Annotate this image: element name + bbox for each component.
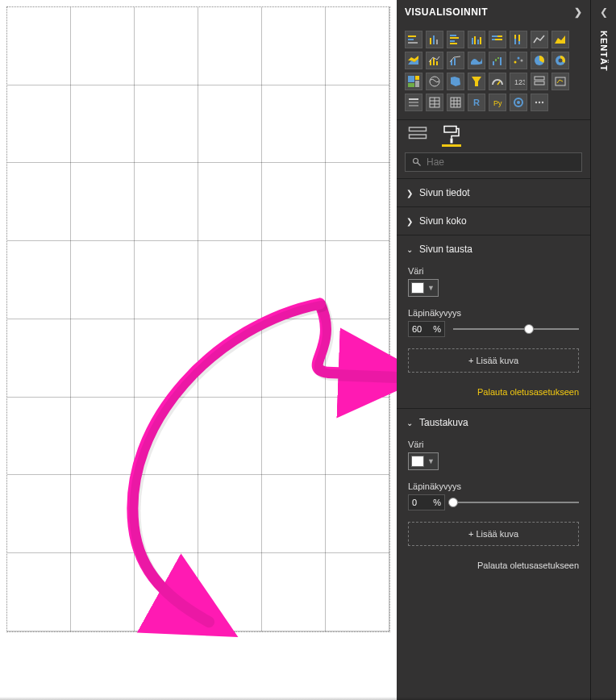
- viz-r-visual[interactable]: R: [468, 94, 485, 111]
- viz-clustered-column[interactable]: [468, 31, 485, 48]
- visualizations-title: VISUALISOINNIT: [405, 6, 488, 18]
- svg-rect-13: [480, 37, 481, 44]
- viz-more[interactable]: [531, 94, 548, 111]
- chevron-down-icon: ⌄: [406, 245, 414, 254]
- svg-point-39: [559, 59, 563, 63]
- section-header-page-info[interactable]: ❯ Sivun tiedot: [397, 179, 590, 206]
- section-label: Taustakuva: [419, 417, 468, 428]
- svg-point-68: [539, 102, 540, 103]
- viz-filled-map[interactable]: [447, 73, 464, 90]
- reset-to-default-link[interactable]: Palauta oletusasetukseen: [408, 557, 579, 570]
- chevron-right-icon: ❯: [406, 189, 414, 198]
- fields-panel-collapsed[interactable]: ❮ KENTÄT: [590, 0, 616, 700]
- svg-marker-22: [555, 35, 565, 44]
- transparency-value: 60: [412, 324, 422, 334]
- search-box[interactable]: [405, 152, 582, 172]
- report-canvas[interactable]: [6, 6, 390, 632]
- collapse-visualizations-icon[interactable]: ❯: [574, 6, 583, 18]
- svg-rect-8: [450, 40, 455, 42]
- svg-rect-41: [415, 76, 419, 80]
- svg-text:R: R: [473, 98, 480, 107]
- section-header-page-background[interactable]: ⌄ Sivun tausta: [397, 235, 590, 263]
- svg-rect-10: [472, 38, 473, 44]
- svg-rect-15: [497, 35, 502, 37]
- svg-rect-3: [430, 38, 431, 44]
- svg-point-66: [517, 101, 520, 104]
- fields-title: KENTÄT: [599, 31, 609, 72]
- viz-clustered-bar[interactable]: [447, 31, 464, 48]
- visualizations-panel: VISUALISOINNIT ❯ 123RPy ❯ Sivun tiedot: [397, 0, 590, 700]
- viz-table[interactable]: [426, 94, 443, 111]
- svg-point-36: [521, 60, 523, 62]
- svg-rect-40: [408, 76, 414, 82]
- color-picker[interactable]: ▼: [408, 279, 439, 297]
- svg-rect-29: [454, 58, 456, 65]
- svg-rect-0: [408, 35, 416, 37]
- viz-arcgis[interactable]: [510, 94, 527, 111]
- viz-100-stacked-column[interactable]: [510, 31, 527, 48]
- transparency-input[interactable]: 60 %: [408, 321, 445, 337]
- viz-stacked-bar[interactable]: [405, 31, 422, 48]
- svg-rect-42: [415, 81, 419, 87]
- viz-ribbon[interactable]: [468, 52, 485, 69]
- viz-donut[interactable]: [551, 52, 569, 69]
- svg-rect-30: [493, 61, 494, 65]
- svg-rect-48: [535, 77, 544, 80]
- svg-rect-73: [451, 139, 453, 144]
- expand-fields-icon[interactable]: ❮: [600, 6, 608, 18]
- viz-100-stacked-bar[interactable]: [489, 31, 506, 48]
- chevron-right-icon: ❯: [406, 217, 414, 226]
- viz-waterfall[interactable]: [489, 52, 506, 69]
- transparency-value: 0: [412, 498, 417, 507]
- color-label: Väri: [408, 266, 579, 276]
- viz-funnel[interactable]: [468, 73, 485, 90]
- viz-treemap[interactable]: [405, 73, 422, 90]
- color-chip: [411, 456, 424, 467]
- section-label: Sivun koko: [419, 215, 467, 227]
- add-image-button[interactable]: + Lisää kuva: [408, 348, 579, 373]
- viz-matrix[interactable]: [447, 94, 464, 111]
- visualization-gallery: 123RPy: [397, 24, 590, 119]
- transparency-slider[interactable]: [453, 323, 579, 335]
- section-label: Sivun tausta: [419, 244, 472, 255]
- reset-to-default-link[interactable]: Palauta oletusasetukseen: [408, 384, 579, 397]
- svg-rect-71: [410, 135, 427, 139]
- viz-card[interactable]: 123: [510, 73, 527, 90]
- viz-stacked-column[interactable]: [426, 31, 443, 48]
- color-picker[interactable]: ▼: [408, 452, 439, 470]
- svg-text:123: 123: [514, 78, 525, 86]
- transparency-input[interactable]: 0 %: [408, 494, 445, 510]
- viz-area[interactable]: [551, 31, 569, 48]
- viz-scatter[interactable]: [510, 52, 527, 69]
- viz-line[interactable]: [531, 31, 548, 48]
- svg-point-44: [430, 77, 439, 86]
- viz-map[interactable]: [426, 73, 443, 90]
- svg-rect-53: [409, 105, 418, 106]
- svg-rect-49: [535, 81, 544, 85]
- section-header-page-size[interactable]: ❯ Sivun koko: [397, 207, 590, 235]
- svg-rect-6: [450, 35, 456, 36]
- svg-point-67: [535, 102, 537, 103]
- add-image-button[interactable]: + Lisää kuva: [408, 522, 579, 546]
- svg-rect-51: [409, 98, 418, 100]
- svg-point-35: [518, 57, 520, 60]
- viz-pie[interactable]: [531, 52, 548, 69]
- svg-marker-45: [472, 77, 481, 86]
- format-tab-button[interactable]: [442, 123, 461, 146]
- svg-line-75: [418, 163, 421, 166]
- viz-kpi[interactable]: [551, 73, 569, 90]
- viz-multi-row-card[interactable]: [531, 73, 548, 90]
- viz-slicer[interactable]: [405, 94, 422, 111]
- section-header-wallpaper[interactable]: ⌄ Taustakuva: [397, 409, 590, 436]
- section-label: Sivun tiedot: [419, 187, 470, 198]
- fields-tab-button[interactable]: [408, 123, 427, 146]
- search-input[interactable]: [427, 156, 575, 168]
- viz-python-visual[interactable]: Py: [489, 94, 506, 111]
- transparency-slider[interactable]: [453, 497, 579, 508]
- viz-line-clustered-column[interactable]: [426, 52, 443, 69]
- svg-rect-21: [518, 35, 520, 41]
- viz-stacked-area[interactable]: [405, 52, 422, 69]
- viz-line-stacked-column[interactable]: [447, 52, 464, 69]
- viz-gauge[interactable]: [489, 73, 506, 90]
- svg-line-46: [497, 81, 500, 85]
